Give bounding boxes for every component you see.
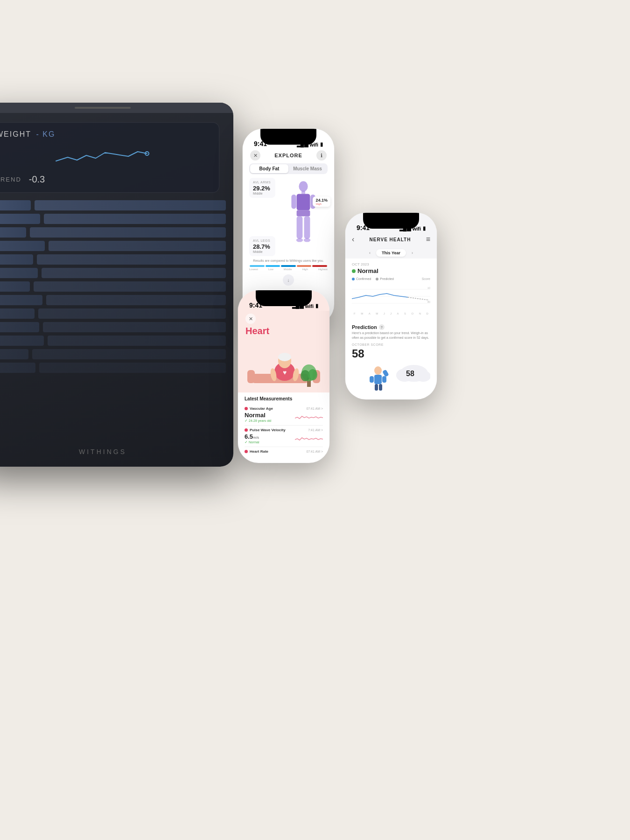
svg-text:58: 58 <box>406 370 414 378</box>
period-next[interactable]: › <box>406 249 419 257</box>
nerve-health-title: NERVE HEALTH <box>370 237 411 242</box>
legend-highest <box>312 265 327 267</box>
prediction-desc: Here's a prediction based on your trend.… <box>352 331 430 340</box>
svg-rect-39 <box>379 384 382 391</box>
close-button-2[interactable]: ✕ <box>245 314 256 324</box>
scale-bars <box>0 200 233 373</box>
p3-chart: 100 80 <box>352 282 430 310</box>
vascular-age-status: ✓ 24-28 years old <box>245 419 271 423</box>
scale-trend: TREND -0.3 <box>0 174 210 185</box>
scale-bar-row <box>0 349 226 359</box>
scale-bar-row <box>0 227 226 238</box>
battery-icon-3: ▮ <box>423 225 426 231</box>
svg-rect-8 <box>304 216 310 238</box>
legs-level: Middle <box>253 250 272 253</box>
svg-point-32 <box>416 371 430 382</box>
confirmed-dot <box>352 278 355 280</box>
measurement-pulse-wave[interactable]: Pulse Wave Velocity 7:41 AM > 6.5m/s ✓ N… <box>245 426 323 447</box>
october-score-label: OCTOBER SCORE <box>352 343 430 346</box>
measurement-header-3: Heart Rate 07:41 AM > <box>245 449 323 454</box>
scale-bar-row <box>0 336 226 346</box>
pwv-status: ✓ Normal <box>245 440 259 444</box>
back-button[interactable]: ‹ <box>352 235 354 244</box>
svg-text:80: 80 <box>427 301 430 303</box>
p1-tabs: Body Fat Muscle Mass <box>249 163 328 174</box>
p3-status-line: Normal <box>352 267 430 274</box>
p3-illustration: 58 <box>352 363 430 391</box>
period-current[interactable]: This Year <box>376 249 406 257</box>
measurements-title: Latest Measurements <box>245 396 323 401</box>
menu-button[interactable]: ≡ <box>426 235 430 244</box>
measurement-name-1: Vascular Age <box>245 406 306 411</box>
nerve-chart-svg: 100 80 <box>352 282 430 310</box>
heart-illustration-svg: ♥ <box>238 341 329 392</box>
phone-notch-2 <box>256 290 312 306</box>
p1-header: ✕ EXPLORE ℹ <box>243 149 334 163</box>
svg-point-17 <box>278 353 291 361</box>
svg-rect-36 <box>370 376 374 383</box>
torso-value: 24.1% <box>315 198 328 203</box>
period-prev[interactable]: ‹ <box>364 249 376 257</box>
p2-header: ✕ Heart <box>238 311 329 341</box>
measurement-time-2: 7:41 AM > <box>308 428 323 432</box>
scale-bar-row <box>0 295 226 305</box>
date-label: OCT 2023 <box>352 262 430 266</box>
p3-score-section: OCT 2023 Normal Confirmed Predicted Scor… <box>345 259 437 319</box>
p3-header: ‹ NERVE HEALTH ≡ <box>345 233 437 247</box>
measurement-vascular-age[interactable]: Vascular Age 07:41 AM > Normal ✓ 24-28 y… <box>245 404 323 426</box>
scale-display: WEIGHT - KG TREND -0.3 <box>0 122 219 193</box>
svg-point-10 <box>304 238 310 242</box>
explore-title: EXPLORE <box>274 153 302 158</box>
svg-rect-6 <box>297 210 310 217</box>
p1-bottom-content: Results are compared to Withings users l… <box>243 256 334 288</box>
torso-badge: 24.1% High <box>313 196 330 207</box>
scale-top-strip <box>0 103 233 113</box>
legend-labels: Lowest Low Middle High Highest <box>249 268 328 271</box>
svg-rect-3 <box>297 194 310 210</box>
measurement-name-3: Heart Rate <box>245 449 306 454</box>
p3-period-selector: ‹ This Year › <box>345 247 437 259</box>
scale-trend-value: -0.3 <box>29 174 45 185</box>
svg-point-34 <box>374 366 382 375</box>
scale-top-line <box>75 107 131 109</box>
svg-point-1 <box>299 181 308 191</box>
info-button[interactable]: ℹ <box>316 150 327 161</box>
battery-icon: ▮ <box>320 141 323 147</box>
body-figure-svg <box>285 180 322 254</box>
prediction-title: Prediction ? <box>352 324 430 330</box>
svg-rect-40 <box>382 369 389 377</box>
close-button-1[interactable]: ✕ <box>250 150 260 161</box>
vascular-age-value: Normal <box>245 412 271 419</box>
scale-bar-row <box>0 200 226 210</box>
prediction-info-icon: ? <box>379 324 385 330</box>
scale-chart-svg <box>0 142 210 170</box>
p1-body-figure: 24.1% High <box>279 178 328 256</box>
measurement-heart-rate[interactable]: Heart Rate 07:41 AM > <box>245 447 323 457</box>
scale-bar-row <box>0 322 226 332</box>
predicted-dot <box>376 278 378 280</box>
phone-notch-3 <box>363 213 419 229</box>
p1-legend <box>249 265 328 267</box>
legend-low <box>266 265 280 267</box>
scale-trend-label: TREND <box>0 176 21 183</box>
svg-point-23 <box>308 369 317 380</box>
tab-body-fat[interactable]: Body Fat <box>250 164 288 173</box>
svg-rect-35 <box>374 375 382 384</box>
scale-bar-row <box>0 241 226 251</box>
result-text: Results are compared to Withings users l… <box>249 259 328 262</box>
legend-high <box>297 265 312 267</box>
measurement-header-1: Vascular Age 07:41 AM > <box>245 406 323 411</box>
legend-label-lowest: Lowest <box>249 268 258 271</box>
legend-label-low: Low <box>268 268 273 271</box>
vascular-age-wave <box>295 413 323 421</box>
scroll-down-icon: ↓ <box>283 274 294 286</box>
scale-chart-area <box>0 142 210 170</box>
arms-label: AVL ARMS <box>253 181 272 184</box>
tab-muscle-mass[interactable]: Muscle Mass <box>288 164 327 173</box>
scale-bar-row <box>0 254 226 265</box>
svg-rect-4 <box>291 195 296 209</box>
measurement-dot-2 <box>245 428 248 432</box>
prediction-illustration-svg: 58 <box>365 363 430 391</box>
p3-chart-legend: Confirmed Predicted <box>352 277 394 280</box>
svg-text:100: 100 <box>427 287 430 289</box>
